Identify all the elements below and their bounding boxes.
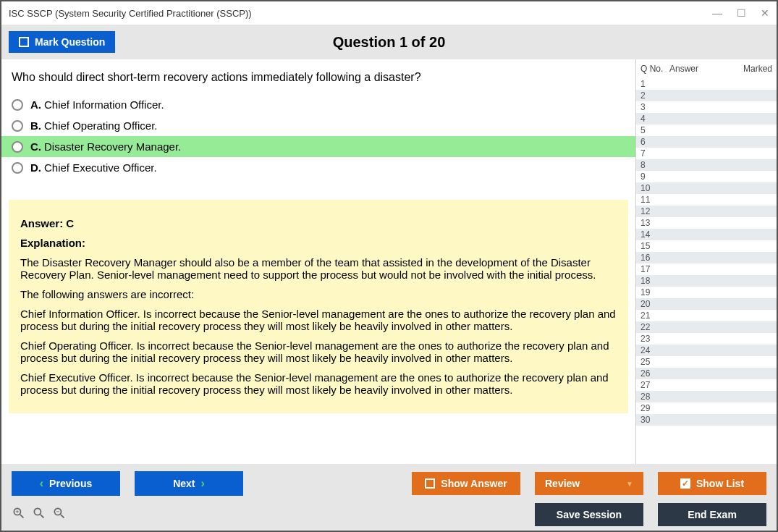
close-icon[interactable]: ✕: [761, 7, 769, 19]
option-d[interactable]: D.Chief Executive Officer.: [1, 157, 635, 178]
radio-icon: [12, 141, 23, 153]
question-row[interactable]: 3: [636, 101, 777, 113]
save-session-button[interactable]: Save Session: [535, 503, 643, 526]
radio-icon: [12, 99, 23, 111]
question-row[interactable]: 15: [636, 240, 777, 252]
option-text: Chief Operating Officer.: [44, 119, 157, 132]
question-row[interactable]: 2: [636, 90, 777, 101]
show-answer-button[interactable]: Show Answer: [412, 472, 520, 495]
question-row[interactable]: 18: [636, 275, 777, 287]
option-c[interactable]: C.Disaster Recovery Manager.: [1, 136, 635, 157]
explanation-paragraph: Chief Executive Officer. Is incorrect be…: [20, 371, 617, 396]
explanation-label: Explanation:: [20, 237, 617, 249]
answer-heading: Answer: C: [20, 217, 617, 229]
zoom-out-icon[interactable]: [52, 506, 67, 524]
show-list-label: Show List: [696, 478, 744, 489]
row-qno: 28: [640, 392, 669, 402]
next-label: Next: [173, 478, 195, 489]
question-row[interactable]: 22: [636, 321, 777, 333]
zoom-reset-icon[interactable]: [32, 506, 46, 524]
question-row[interactable]: 7: [636, 148, 777, 159]
explanation-paragraph: The Disaster Recovery Manager should als…: [20, 256, 617, 281]
review-label: Review: [545, 478, 580, 489]
row-qno: 18: [640, 276, 669, 286]
option-a[interactable]: A.Chief Information Officer.: [1, 94, 635, 115]
question-row[interactable]: 1: [636, 78, 777, 90]
question-row[interactable]: 14: [636, 229, 777, 240]
question-row[interactable]: 28: [636, 391, 777, 402]
question-row[interactable]: 16: [636, 252, 777, 263]
row-qno: 10: [640, 183, 669, 193]
row-qno: 20: [640, 299, 669, 309]
row-qno: 9: [640, 172, 669, 182]
sidebar-body[interactable]: 1234567891011121314151617181920212223242…: [636, 78, 777, 464]
row-qno: 1: [640, 79, 669, 89]
option-letter: C.: [30, 140, 41, 153]
answer-panel: Answer: C Explanation: The Disaster Reco…: [9, 200, 628, 413]
question-text: Who should direct short-term recovery ac…: [1, 67, 635, 94]
question-row[interactable]: 12: [636, 206, 777, 217]
option-letter: B.: [30, 119, 41, 132]
row-qno: 8: [640, 160, 669, 170]
row-qno: 14: [640, 229, 669, 240]
option-b[interactable]: B.Chief Operating Officer.: [1, 115, 635, 136]
row-qno: 25: [640, 357, 669, 367]
zoom-in-icon[interactable]: [12, 506, 26, 524]
question-row[interactable]: 30: [636, 414, 777, 426]
option-letter: A.: [30, 98, 41, 111]
option-text: Disaster Recovery Manager.: [44, 140, 181, 153]
row-qno: 3: [640, 102, 669, 112]
question-row[interactable]: 24: [636, 345, 777, 356]
question-row[interactable]: 9: [636, 171, 777, 182]
window-title: ISC SSCP (System Security Certified Prac…: [9, 8, 252, 19]
question-row[interactable]: 20: [636, 298, 777, 310]
next-button[interactable]: Next ›: [135, 471, 243, 496]
chevron-right-icon: ›: [201, 477, 205, 490]
row-qno: 4: [640, 114, 669, 124]
question-row[interactable]: 27: [636, 379, 777, 391]
row-qno: 16: [640, 253, 669, 263]
chevron-left-icon: ‹: [40, 477, 43, 490]
row-qno: 23: [640, 334, 669, 344]
review-button[interactable]: Review ▼: [535, 472, 643, 495]
checkbox-checked-icon: ✓: [680, 478, 690, 489]
maximize-icon[interactable]: ☐: [737, 7, 746, 19]
explanation-paragraph: Chief Information Officer. Is incorrect …: [20, 308, 617, 332]
show-list-button[interactable]: ✓ Show List: [658, 472, 766, 495]
question-row[interactable]: 4: [636, 113, 777, 124]
question-row[interactable]: 10: [636, 182, 777, 194]
question-row[interactable]: 5: [636, 124, 777, 136]
question-row[interactable]: 25: [636, 356, 777, 368]
options-group: A.Chief Information Officer.B.Chief Oper…: [1, 94, 635, 178]
row-qno: 26: [640, 368, 669, 379]
question-row[interactable]: 17: [636, 263, 777, 275]
show-answer-label: Show Answer: [441, 478, 507, 489]
previous-button[interactable]: ‹ Previous: [12, 471, 120, 496]
end-exam-button[interactable]: End Exam: [658, 503, 766, 526]
question-row[interactable]: 6: [636, 136, 777, 148]
question-row[interactable]: 29: [636, 402, 777, 414]
footer-row-2: Save Session End Exam: [12, 503, 766, 526]
row-qno: 12: [640, 206, 669, 216]
question-row[interactable]: 21: [636, 310, 777, 321]
save-session-label: Save Session: [557, 509, 622, 520]
row-qno: 24: [640, 345, 669, 355]
titlebar: ISC SSCP (System Security Certified Prac…: [1, 1, 777, 25]
question-row[interactable]: 13: [636, 217, 777, 229]
row-qno: 19: [640, 287, 669, 297]
question-row[interactable]: 8: [636, 159, 777, 171]
row-qno: 13: [640, 218, 669, 228]
question-row[interactable]: 19: [636, 287, 777, 298]
row-qno: 17: [640, 264, 669, 274]
main-panel: Who should direct short-term recovery ac…: [1, 59, 635, 464]
question-row[interactable]: 23: [636, 333, 777, 345]
row-qno: 6: [640, 137, 669, 147]
minimize-icon[interactable]: —: [712, 7, 722, 19]
question-row[interactable]: 11: [636, 194, 777, 206]
question-row[interactable]: 26: [636, 368, 777, 379]
option-letter: D.: [30, 161, 41, 174]
row-qno: 2: [640, 90, 669, 101]
explanation-paragraph: The following answers are incorrect:: [20, 288, 617, 300]
col-answer: Answer: [669, 64, 732, 74]
row-qno: 5: [640, 125, 669, 135]
